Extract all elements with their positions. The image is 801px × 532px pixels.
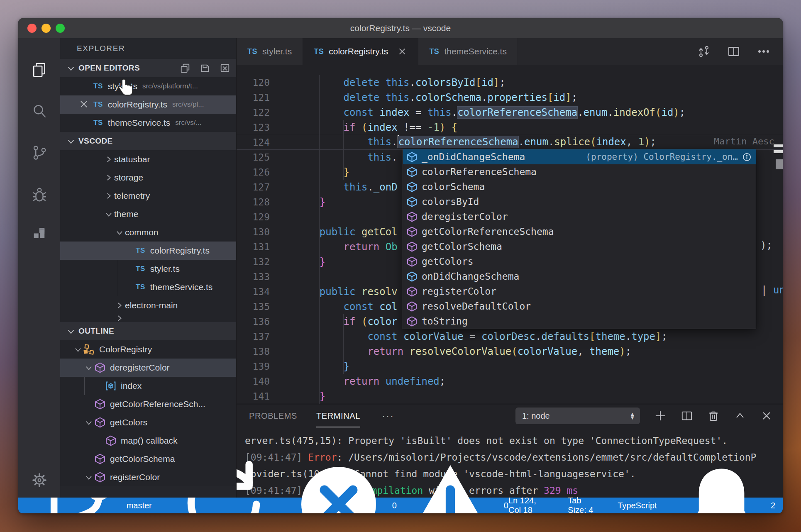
tree-item-electron-main[interactable]: electron-main: [60, 296, 236, 315]
suggest-item-colorSchema[interactable]: colorSchema: [403, 179, 756, 194]
panel-tab-problems[interactable]: PROBLEMS: [249, 404, 297, 427]
suggest-label: getColorSchema: [422, 241, 502, 252]
open-editor-item[interactable]: TScolorRegistry.tssrc/vs/pl...: [60, 95, 236, 114]
tree-item-storage[interactable]: storage: [60, 168, 236, 187]
code-line-123[interactable]: 123 if (index !== -1) {: [237, 120, 783, 135]
panel-more-icon[interactable]: ···: [382, 410, 394, 422]
suggest-item-toString[interactable]: toString: [403, 314, 756, 329]
folders-section-header[interactable]: VSCODE: [60, 132, 236, 150]
tree-item-themeService.ts[interactable]: TSthemeService.ts: [60, 278, 236, 296]
suggest-item-getColorSchema[interactable]: getColorSchema: [403, 239, 756, 254]
language-mode[interactable]: TypeScript: [618, 501, 657, 510]
outline-item[interactable]: deregisterColor: [60, 359, 236, 377]
code-line-139[interactable]: 139 }: [237, 359, 783, 374]
suggest-item-onDidChangeSchema[interactable]: onDidChangeSchema: [403, 269, 756, 284]
code-line-138[interactable]: 138 return resolveColorValue(colorValue,…: [237, 344, 783, 359]
settings-gear-icon[interactable]: [31, 472, 48, 488]
tab-label: themeService.ts: [444, 46, 507, 56]
code-fragment: );: [760, 239, 772, 251]
intellisense-suggest-widget: _onDidChangeSchema(property) ColorRegist…: [403, 149, 756, 329]
extensions-icon: [31, 227, 48, 244]
code-line-120[interactable]: 120 delete this.colorsById[id];: [237, 75, 783, 90]
close-all-icon[interactable]: [220, 63, 230, 73]
outline-item[interactable]: registerColor: [60, 468, 236, 486]
code-line-122[interactable]: 122 const index = this.colorReferenceSch…: [237, 105, 783, 120]
suggest-item-registerColor[interactable]: registerColor: [403, 284, 756, 299]
terminal-select[interactable]: 1: node ▲▼: [515, 408, 640, 424]
tree-item-colorRegistry.ts[interactable]: TScolorRegistry.ts: [60, 242, 236, 260]
more-actions-icon[interactable]: [757, 45, 770, 58]
ts-file-icon: TS: [136, 283, 145, 291]
maximize-panel-icon[interactable]: [734, 410, 746, 422]
chevron-right-icon: [103, 190, 114, 201]
suggest-item-resolveDefaultColor[interactable]: resolveDefaultColor: [403, 299, 756, 314]
outline-item[interactable]: ColorRegistry: [60, 340, 236, 359]
tab-size-indicator[interactable]: Tab Size: 4: [568, 496, 598, 513]
save-all-icon[interactable]: [200, 63, 210, 73]
problems-indicator[interactable]: 0 0: [289, 454, 508, 513]
chevron-down-icon: [114, 227, 125, 238]
scrollbar-handle[interactable]: [776, 159, 783, 169]
title-bar[interactable]: colorRegistry.ts — vscode: [18, 18, 783, 38]
kill-terminal-icon[interactable]: [707, 410, 720, 422]
panel-tab-terminal[interactable]: TERMINAL: [316, 404, 360, 427]
tree-item-clipped[interactable]: [60, 315, 236, 322]
tree-item-theme[interactable]: theme: [60, 205, 236, 223]
suggest-item-getColorReferenceSchema[interactable]: getColorReferenceSchema: [403, 224, 756, 239]
suggest-item-_onDidChangeSchema[interactable]: _onDidChangeSchema(property) ColorRegist…: [403, 149, 756, 164]
cursor-position[interactable]: Ln 124, Col 18: [508, 496, 549, 513]
suggest-item-deregisterColor[interactable]: deregisterColor: [403, 209, 756, 224]
code-editor[interactable]: 120 delete this.colorsById[id];121 delet…: [237, 65, 783, 404]
line-number: 140: [237, 376, 270, 387]
tree-item-telemetry[interactable]: telemetry: [60, 187, 236, 205]
outline-item[interactable]: getColors: [60, 413, 236, 432]
code-line-121[interactable]: 121 delete this.colorSchema.properties[i…: [237, 90, 783, 105]
outline-item[interactable]: getColorSchema: [60, 450, 236, 468]
tree-item-styler.ts[interactable]: TSstyler.ts: [60, 260, 236, 278]
tab-themeService-ts[interactable]: TSthemeService.ts: [418, 38, 518, 65]
suggest-item-colorsById[interactable]: colorsById: [403, 194, 756, 209]
suggest-item-colorReferenceSchema[interactable]: colorReferenceSchema: [403, 164, 756, 179]
activity-item-extensions[interactable]: [18, 215, 60, 256]
tab-styler-ts[interactable]: TSstyler.ts: [237, 38, 303, 65]
tree-item-label: telemetry: [114, 191, 150, 201]
code-text: delete this.colorsById[id];: [295, 77, 506, 88]
code-text: }: [295, 196, 325, 208]
outline-item[interactable]: index: [60, 377, 236, 395]
indent-guide: [319, 75, 320, 404]
open-editor-path: src/vs/pl...: [172, 100, 204, 109]
notifications-bell[interactable]: 2: [676, 459, 775, 513]
close-editor-icon[interactable]: [78, 99, 89, 110]
tree-item-common[interactable]: common: [60, 223, 236, 242]
outline-section-header[interactable]: OUTLINE: [60, 322, 236, 340]
open-changes-icon[interactable]: [697, 45, 711, 58]
code-line-140[interactable]: 140 return undefined;: [237, 374, 783, 389]
new-untitled-icon[interactable]: [180, 63, 190, 73]
new-terminal-icon[interactable]: [654, 410, 667, 422]
tree-item-statusbar[interactable]: statusbar: [60, 150, 236, 168]
code-line-137[interactable]: 137 const colorValue = colorDesc.default…: [237, 329, 783, 344]
tab-colorRegistry-ts[interactable]: TScolorRegistry.ts: [303, 38, 418, 65]
suggest-item-getColors[interactable]: getColors: [403, 254, 756, 269]
close-panel-icon[interactable]: [760, 410, 773, 422]
open-editor-item[interactable]: TSthemeService.tssrc/vs/...: [60, 114, 236, 132]
activity-item-files[interactable]: [18, 49, 60, 90]
open-editor-item[interactable]: TSstyler.tssrc/vs/platform/t...: [60, 77, 236, 95]
ts-file-icon: TS: [247, 47, 257, 56]
activity-item-source-control[interactable]: [18, 132, 60, 173]
line-number: 134: [237, 286, 270, 297]
code-text: }: [295, 361, 349, 372]
outline-item[interactable]: map() callback: [60, 432, 236, 450]
outline-item[interactable]: getColorReferenceSch...: [60, 395, 236, 413]
split-editor-icon[interactable]: [727, 45, 740, 58]
code-line-124[interactable]: 124 this.colorReferenceSchema.enum.splic…: [237, 135, 783, 150]
symbol-method-icon: [94, 471, 106, 483]
activity-item-search[interactable]: [18, 90, 60, 132]
tab-label: colorRegistry.ts: [329, 46, 388, 56]
close-tab-icon[interactable]: [397, 46, 407, 56]
split-terminal-icon[interactable]: [681, 410, 693, 422]
open-editors-header[interactable]: OPEN EDITORS: [60, 59, 236, 77]
info-icon[interactable]: [742, 152, 752, 162]
activity-item-debug[interactable]: [18, 173, 60, 215]
code-line-141[interactable]: 141 }: [237, 389, 783, 404]
